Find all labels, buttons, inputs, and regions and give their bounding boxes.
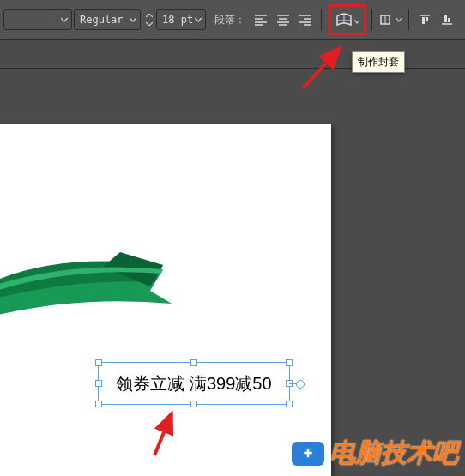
artboard[interactable]: 领券立减 满399减50 [0,124,331,476]
svg-rect-18 [426,17,428,21]
align-center-button[interactable] [273,9,293,30]
chevron-down-icon [61,16,68,23]
watermark: 电脑技术吧 [292,436,458,471]
separator [371,9,372,30]
chevron-down-icon [130,16,136,23]
ribbon-graphic [0,248,197,325]
font-style-dropdown[interactable]: Regular [74,9,141,30]
watermark-text: 电脑技术吧 [329,436,458,471]
svg-rect-21 [448,18,450,22]
chevron-down-icon [195,16,202,23]
resize-handle[interactable] [95,359,102,366]
font-style-value: Regular [80,14,124,26]
align-top-button[interactable] [414,9,435,30]
resize-handle[interactable] [286,401,293,407]
chevron-down-icon [396,17,402,22]
stepper-down-icon[interactable] [144,20,154,27]
svg-line-23 [154,413,172,455]
paragraph-label: 段落： [214,13,245,27]
separator [408,9,409,30]
separator [321,9,322,30]
svg-rect-20 [444,15,447,22]
align-left-button[interactable] [251,9,271,30]
align-bottom-button[interactable] [437,9,457,30]
watermark-logo-icon [292,442,324,466]
envelope-tooltip: 制作封套 [352,51,405,73]
char-rotation-button[interactable] [377,9,403,30]
svg-rect-17 [422,17,425,24]
annotation-arrow-icon [146,408,180,460]
resize-handle[interactable] [190,359,197,366]
stepper-up-icon[interactable] [144,12,154,20]
resize-handle[interactable] [286,359,293,366]
font-size-value: 18 pt [162,14,193,26]
make-envelope-button-highlight [329,4,366,35]
resize-handle[interactable] [95,380,102,387]
text-content[interactable]: 领券立减 满399减50 [116,372,271,395]
chevron-down-icon [354,12,359,27]
make-envelope-button[interactable] [335,12,359,27]
resize-handle[interactable] [190,401,197,407]
font-size-dropdown[interactable]: 18 pt [156,9,206,30]
align-right-button[interactable] [295,9,316,30]
text-options-toolbar: Regular 18 pt 段落： [0,0,465,40]
text-thread-port[interactable] [296,380,305,389]
text-frame[interactable]: 领券立减 满399减50 [98,362,290,405]
font-size-stepper[interactable] [144,12,154,27]
envelope-warp-icon [335,13,353,27]
font-family-dropdown[interactable] [3,9,72,30]
resize-handle[interactable] [95,401,102,407]
